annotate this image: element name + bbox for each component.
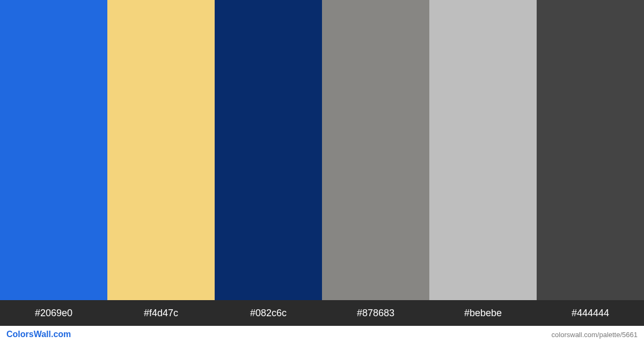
brand-text-second: Wall.com [34,330,71,339]
color-swatch [429,0,537,300]
brand-text-first: Colors [6,330,34,339]
color-swatch [322,0,429,300]
footer-bar: ColorsWall.com colorswall.com/palette/56… [0,326,644,343]
hex-label: #bebebe [429,300,537,326]
hex-label: #2069e0 [0,300,107,326]
hex-labels-row: #2069e0 #f4d47c #082c6c #878683 #bebebe … [0,300,644,326]
palette-url-text: colorswall.com/palette/5661 [552,331,638,339]
brand-logo: ColorsWall.com [6,330,71,339]
hex-label: #f4d47c [107,300,215,326]
color-swatches-row [0,0,644,300]
color-swatch [0,0,107,300]
color-swatch [107,0,215,300]
hex-label: #878683 [322,300,429,326]
color-swatch [537,0,644,300]
hex-label: #082c6c [215,300,322,326]
color-swatch [215,0,322,300]
hex-label: #444444 [537,300,644,326]
